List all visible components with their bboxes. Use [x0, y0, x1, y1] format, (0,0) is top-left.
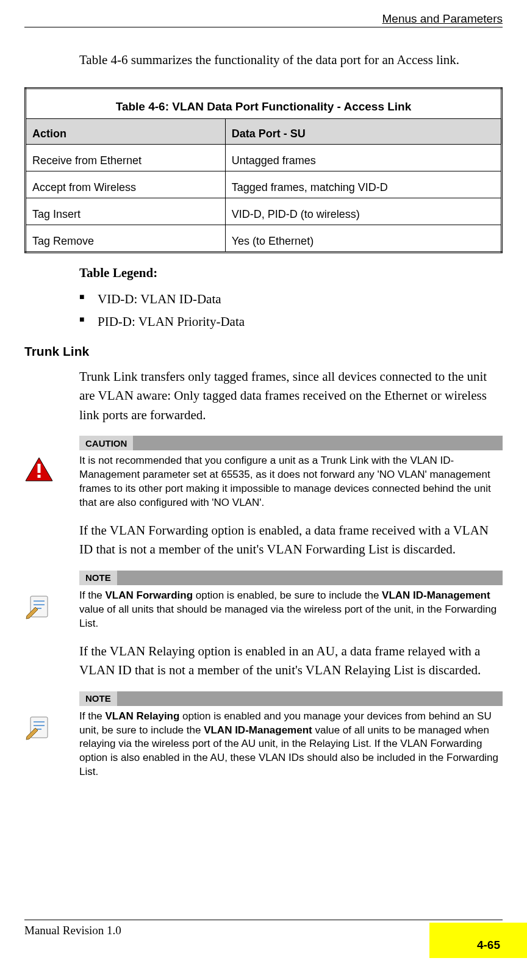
caution-icon [24, 456, 54, 482]
footer-revision: Manual Revision 1.0 [24, 924, 121, 937]
table-row: Untagged frames [225, 144, 501, 171]
vlan-table: Table 4-6: VLAN Data Port Functionality … [24, 87, 503, 253]
svg-rect-2 [38, 475, 41, 478]
note-label: NOTE [79, 571, 117, 585]
header-section: Menus and Parameters [382, 12, 503, 25]
table-row: Tag Insert [26, 198, 226, 225]
body-paragraph: If the VLAN Forwarding option is enabled… [79, 521, 503, 560]
caution-label: CAUTION [79, 436, 133, 450]
note-text: If the VLAN Relaying option is enabled a… [79, 710, 503, 780]
note-icon [24, 712, 54, 741]
table-row: Tagged frames, matching VID-D [225, 171, 501, 198]
note-block: NOTE If the VLAN Forwarding option is en… [24, 571, 503, 631]
note-icon [24, 591, 54, 621]
table-header-action: Action [26, 118, 226, 144]
caution-block: CAUTION It is not recommended that you c… [24, 436, 503, 510]
table-row: VID-D, PID-D (to wireless) [225, 198, 501, 225]
table-header-port: Data Port - SU [225, 118, 501, 144]
note-block: NOTE If the VLAN Relaying option is enab… [24, 691, 503, 780]
table-row: Yes (to Ethernet) [225, 225, 501, 252]
note-label: NOTE [79, 691, 117, 706]
note-bar: NOTE [79, 691, 503, 706]
list-item: VID-D: VLAN ID-Data [79, 288, 503, 311]
caution-text: It is not recommended that you configure… [79, 454, 503, 510]
list-item: PID-D: VLAN Priority-Data [79, 311, 503, 333]
note-bar: NOTE [79, 571, 503, 585]
table-row: Receive from Ethernet [26, 144, 226, 171]
body-paragraph: Trunk Link transfers only tagged frames,… [79, 367, 503, 425]
note-text: If the VLAN Forwarding option is enabled… [79, 589, 503, 631]
intro-paragraph: Table 4-6 summarizes the functionality o… [79, 51, 503, 70]
page-number: 4-65 [477, 939, 500, 952]
body-paragraph: If the VLAN Relaying option is enabled i… [79, 642, 503, 680]
table-row: Tag Remove [26, 225, 226, 252]
table-row: Accept from Wireless [26, 171, 226, 198]
trunk-link-heading: Trunk Link [24, 344, 503, 359]
caution-bar: CAUTION [79, 436, 503, 450]
running-header: Menus and Parameters [24, 12, 503, 27]
legend-list: VID-D: VLAN ID-Data PID-D: VLAN Priority… [79, 288, 503, 333]
svg-rect-1 [38, 464, 41, 473]
legend-title: Table Legend: [79, 265, 503, 281]
page-footer: Manual Revision 1.0 4-65 [24, 920, 503, 958]
table-title: Table 4-6: VLAN Data Port Functionality … [26, 88, 502, 118]
